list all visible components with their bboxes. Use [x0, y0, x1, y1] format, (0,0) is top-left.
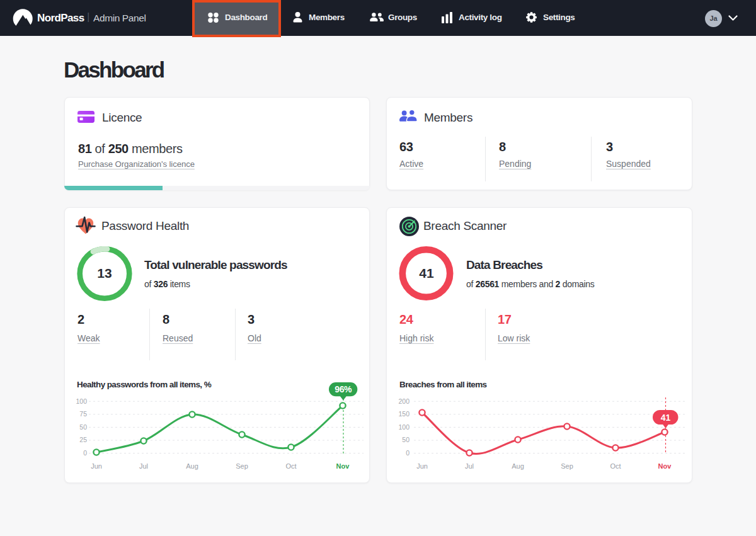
svg-text:0: 0	[406, 449, 410, 457]
svg-text:Jul: Jul	[465, 462, 474, 470]
svg-text:0: 0	[83, 449, 87, 457]
svg-text:200: 200	[398, 397, 410, 405]
svg-text:Sep: Sep	[561, 462, 573, 470]
svg-text:41: 41	[661, 413, 671, 423]
svg-text:50: 50	[402, 436, 410, 443]
svg-text:100: 100	[398, 423, 410, 431]
svg-text:150: 150	[398, 410, 410, 418]
svg-text:100: 100	[76, 397, 87, 405]
svg-text:25: 25	[79, 436, 87, 443]
svg-text:Nov: Nov	[658, 462, 672, 470]
svg-text:Aug: Aug	[512, 462, 524, 470]
svg-text:Nov: Nov	[336, 462, 350, 470]
svg-text:Oct: Oct	[610, 462, 621, 470]
svg-text:Aug: Aug	[186, 462, 198, 470]
svg-text:Jun: Jun	[91, 462, 102, 470]
svg-text:75: 75	[79, 410, 87, 418]
svg-text:Sep: Sep	[236, 462, 248, 470]
svg-text:Oct: Oct	[285, 462, 296, 470]
svg-text:Jul: Jul	[139, 462, 148, 470]
svg-text:Jun: Jun	[416, 462, 428, 470]
svg-text:50: 50	[79, 423, 87, 431]
svg-text:96%: 96%	[335, 384, 352, 394]
